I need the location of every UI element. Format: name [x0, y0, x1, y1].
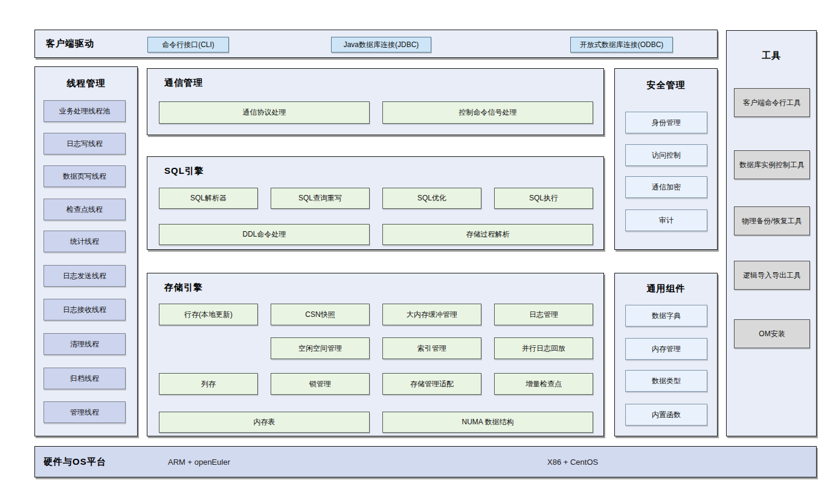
node-memory-table: 内存表 [159, 412, 370, 433]
node-stats-thread: 统计线程 [43, 231, 126, 252]
comm-mgmt-title: 通信管理 [164, 77, 203, 89]
node-audit: 审计 [625, 209, 707, 231]
sql-engine-title: SQL引擎 [164, 165, 204, 177]
node-om-install: OM安装 [734, 319, 810, 348]
node-sql-optimizer: SQL优化 [382, 188, 481, 209]
node-column-store: 列存 [159, 373, 258, 395]
platform-x86-label: X86 + CentOS [547, 447, 598, 477]
node-page-writer: 数据页写线程 [43, 165, 126, 187]
node-odbc: 开放式数据库连接(ODBC) [570, 37, 673, 53]
thread-mgmt-panel: 线程管理 业务处理线程池 日志写线程 数据页写线程 检查点线程 统计线程 日志发… [34, 66, 138, 436]
thread-mgmt-title: 线程管理 [35, 78, 137, 89]
comm-mgmt-panel: 通信管理 通信协议处理 控制命令信号处理 [147, 68, 604, 135]
node-comm-encryption: 通信加密 [625, 176, 707, 198]
node-log-receiver: 日志接收线程 [43, 299, 126, 321]
node-jdbc: Java数据库连接(JDBC) [331, 37, 431, 53]
architecture-diagram: 客户端驱动 命令行接口(CLI) Java数据库连接(JDBC) 开放式数据库连… [0, 0, 836, 504]
node-instance-control-tool: 数据库实例控制工具 [734, 150, 810, 179]
tools-panel: 工具 客户端命令行工具 数据库实例控制工具 物理备份/恢复工具 逻辑导入导出工具… [726, 30, 817, 436]
node-storage-adapter: 存储管理适配 [382, 373, 481, 395]
tools-title: 工具 [727, 50, 816, 62]
common-components-title: 通用组件 [615, 283, 717, 295]
node-thread-pool: 业务处理线程池 [43, 100, 126, 122]
sql-engine-panel: SQL引擎 SQL解析器 SQL查询重写 SQL优化 SQL执行 DDL命令处理… [147, 156, 604, 250]
node-identity-mgmt: 身份管理 [625, 112, 707, 133]
node-stored-procedure-parsing: 存储过程解析 [382, 224, 593, 245]
client-driver-bar: 客户端驱动 命令行接口(CLI) Java数据库连接(JDBC) 开放式数据库连… [34, 30, 718, 58]
node-archive-thread: 归档线程 [43, 368, 126, 389]
platform-title: 硬件与OS平台 [43, 447, 106, 477]
node-incremental-checkpoint: 增量检查点 [494, 373, 593, 395]
node-log-mgmt: 日志管理 [494, 304, 593, 325]
security-panel: 安全管理 身份管理 访问控制 通信加密 审计 [614, 68, 718, 250]
node-access-control: 访问控制 [625, 144, 707, 166]
node-data-dictionary: 数据字典 [625, 305, 707, 327]
node-index-mgmt: 索引管理 [382, 337, 481, 359]
node-log-writer: 日志写线程 [43, 133, 126, 155]
node-log-sender: 日志发送线程 [43, 265, 126, 287]
node-numa-structure: NUMA 数据结构 [382, 412, 593, 433]
node-sql-rewrite: SQL查询重写 [271, 188, 370, 209]
node-ddl-processing: DDL命令处理 [159, 224, 370, 245]
node-sql-executor: SQL执行 [494, 188, 593, 209]
node-client-cli-tool: 客户端命令行工具 [734, 88, 810, 117]
node-import-export-tool: 逻辑导入导出工具 [734, 261, 810, 290]
storage-engine-title: 存储引擎 [164, 282, 203, 293]
platform-bar: 硬件与OS平台 ARM + openEuler X86 + CentOS [34, 446, 817, 477]
node-lock-mgmt: 锁管理 [271, 373, 370, 395]
platform-arm-label: ARM + openEuler [168, 447, 230, 477]
node-buffer-mgmt: 大内存缓冲管理 [382, 304, 481, 325]
client-driver-title: 客户端驱动 [46, 30, 94, 57]
node-control-signal-processing: 控制命令信号处理 [382, 101, 593, 124]
node-free-space-mgmt: 空闲空间管理 [271, 337, 370, 359]
storage-engine-panel: 存储引擎 行存(本地更新) CSN快照 大内存缓冲管理 日志管理 空闲空间管理 … [147, 273, 604, 436]
node-csn-snapshot: CSN快照 [271, 304, 370, 325]
node-memory-mgmt: 内存管理 [625, 338, 707, 360]
security-title: 安全管理 [615, 80, 717, 91]
node-builtin-functions: 内置函数 [625, 404, 707, 426]
node-row-store: 行存(本地更新) [159, 304, 258, 325]
node-parallel-redo: 并行日志回放 [494, 337, 593, 359]
node-checkpoint-thread: 检查点线程 [43, 199, 126, 220]
node-sql-parser: SQL解析器 [159, 188, 258, 209]
node-protocol-processing: 通信协议处理 [159, 101, 370, 124]
common-components-panel: 通用组件 数据字典 内存管理 数据类型 内置函数 [614, 273, 718, 436]
node-backup-restore-tool: 物理备份/恢复工具 [734, 206, 810, 235]
node-cli: 命令行接口(CLI) [147, 37, 229, 53]
node-data-types: 数据类型 [625, 370, 707, 392]
node-vacuum-thread: 清理线程 [43, 333, 126, 355]
node-mgmt-thread: 管理线程 [43, 401, 126, 423]
